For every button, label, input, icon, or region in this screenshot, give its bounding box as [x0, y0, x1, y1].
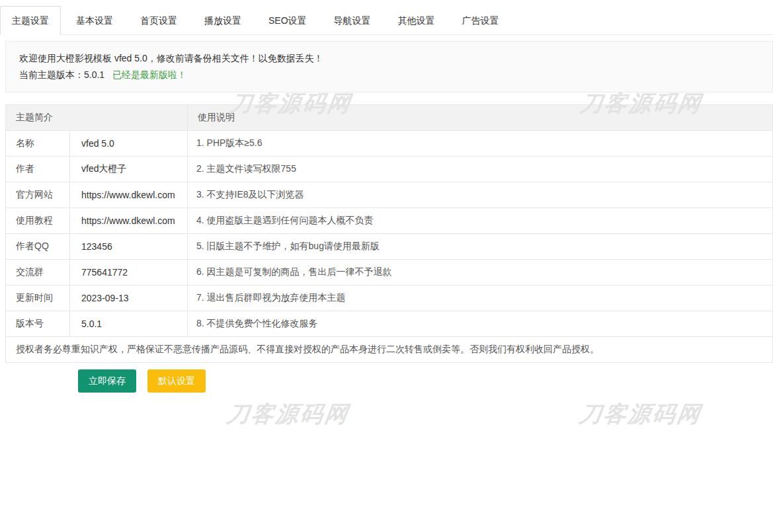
info-value: vfed大橙子: [70, 157, 188, 182]
tab-ad[interactable]: 广告设置: [450, 6, 511, 35]
info-value: 123456: [70, 234, 188, 260]
info-label: 作者QQ: [6, 234, 70, 260]
info-label: 作者: [6, 157, 70, 182]
usage-item: 2. 主题文件读写权限755: [188, 157, 773, 182]
info-label: 交流群: [6, 260, 70, 285]
tab-other[interactable]: 其他设置: [386, 6, 447, 35]
site-watermark: 刀客源码网: [225, 399, 351, 430]
info-label: 更新时间: [6, 285, 70, 311]
tab-basic[interactable]: 基本设置: [64, 6, 125, 35]
notice-box: 欢迎使用大橙影视模板 vfed 5.0，修改前请备份相关文件！以免数据丢失！ 当…: [5, 41, 773, 93]
tab-nav[interactable]: 导航设置: [322, 6, 383, 35]
tab-bar: 主题设置基本设置首页设置播放设置SEO设置导航设置其他设置广告设置: [0, 0, 773, 35]
usage-item: 8. 不提供免费个性化修改服务: [188, 311, 773, 337]
info-value: 5.0.1: [70, 311, 188, 337]
info-label: 使用教程: [6, 208, 70, 234]
usage-item: 1. PHP版本≥5.6: [188, 131, 773, 157]
site-watermark: 刀客源码网: [577, 399, 704, 430]
notice-line-version: 当前主题版本：5.0.1 已经是最新版啦！: [19, 67, 759, 83]
table-row: 作者vfed大橙子2. 主题文件读写权限755: [6, 157, 773, 182]
table-row: 使用教程https://www.dkewl.com4. 使用盗版主题遇到任何问题…: [6, 208, 773, 234]
info-label: 版本号: [6, 311, 70, 337]
table-header-row: 主题简介 使用说明: [6, 105, 773, 131]
save-button[interactable]: 立即保存: [78, 369, 136, 393]
theme-info-table: 主题简介 使用说明 名称vfed 5.01. PHP版本≥5.6作者vfed大橙…: [5, 104, 773, 363]
intro-column-header: 主题简介: [6, 105, 188, 131]
default-settings-button[interactable]: 默认设置: [147, 369, 206, 393]
info-value: 775641772: [70, 260, 188, 285]
license-notice-text: 授权者务必尊重知识产权，严格保证不恶意传播产品源码、不得直接对授权的产品本身进行…: [6, 337, 773, 363]
tab-seo[interactable]: SEO设置: [257, 6, 319, 35]
notice-line-welcome: 欢迎使用大橙影视模板 vfed 5.0，修改前请备份相关文件！以免数据丢失！: [19, 50, 759, 67]
table-row: 交流群7756417726. 因主题是可复制的商品，售出后一律不予退款: [6, 260, 773, 285]
tab-theme[interactable]: 主题设置: [0, 6, 61, 35]
version-status-text: 已经是最新版啦！: [112, 69, 186, 80]
table-row: 作者QQ1234565. 旧版主题不予维护，如有bug请使用最新版: [6, 234, 773, 260]
usage-item: 5. 旧版主题不予维护，如有bug请使用最新版: [188, 234, 773, 260]
table-footer-row: 授权者务必尊重知识产权，严格保证不恶意传播产品源码、不得直接对授权的产品本身进行…: [6, 337, 773, 363]
info-value: vfed 5.0: [70, 131, 188, 157]
usage-column-header: 使用说明: [188, 105, 773, 131]
info-table-body: 名称vfed 5.01. PHP版本≥5.6作者vfed大橙子2. 主题文件读写…: [6, 131, 773, 337]
table-row: 版本号5.0.18. 不提供免费个性化修改服务: [6, 311, 773, 337]
table-row: 官方网站https://www.dkewl.com3. 不支持IE8及以下浏览器: [6, 182, 773, 208]
table-row: 更新时间2023-09-137. 退出售后群即视为放弃使用本主题: [6, 285, 773, 311]
info-value: 2023-09-13: [70, 285, 188, 311]
action-button-row: 立即保存 默认设置: [78, 369, 773, 393]
usage-item: 6. 因主题是可复制的商品，售出后一律不予退款: [188, 260, 773, 285]
info-value: https://www.dkewl.com: [70, 208, 188, 234]
theme-info-section: 主题简介 使用说明 名称vfed 5.01. PHP版本≥5.6作者vfed大橙…: [5, 104, 773, 363]
usage-item: 4. 使用盗版主题遇到任何问题本人概不负责: [188, 208, 773, 234]
info-label: 名称: [6, 131, 70, 157]
tab-play[interactable]: 播放设置: [192, 6, 253, 35]
info-label: 官方网站: [6, 182, 70, 208]
info-value: https://www.dkewl.com: [70, 182, 188, 208]
current-version-label: 当前主题版本：5.0.1: [19, 69, 104, 80]
table-row: 名称vfed 5.01. PHP版本≥5.6: [6, 131, 773, 157]
usage-item: 3. 不支持IE8及以下浏览器: [188, 182, 773, 208]
tab-home[interactable]: 首页设置: [128, 6, 189, 35]
usage-item: 7. 退出售后群即视为放弃使用本主题: [188, 285, 773, 311]
